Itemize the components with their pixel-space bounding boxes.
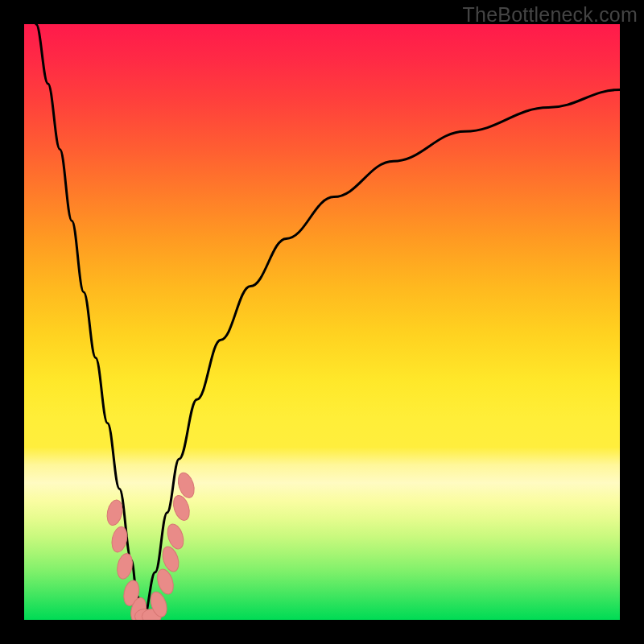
plot-area [24, 24, 620, 620]
curve-right-branch [143, 89, 620, 620]
curve-left-branch [36, 24, 143, 620]
chart-frame: TheBottleneck.com [0, 0, 644, 644]
bead [115, 552, 134, 580]
curves-svg [24, 24, 620, 620]
beads-group [105, 471, 196, 620]
watermark-text: TheBottleneck.com [463, 3, 638, 27]
bead [105, 498, 124, 526]
